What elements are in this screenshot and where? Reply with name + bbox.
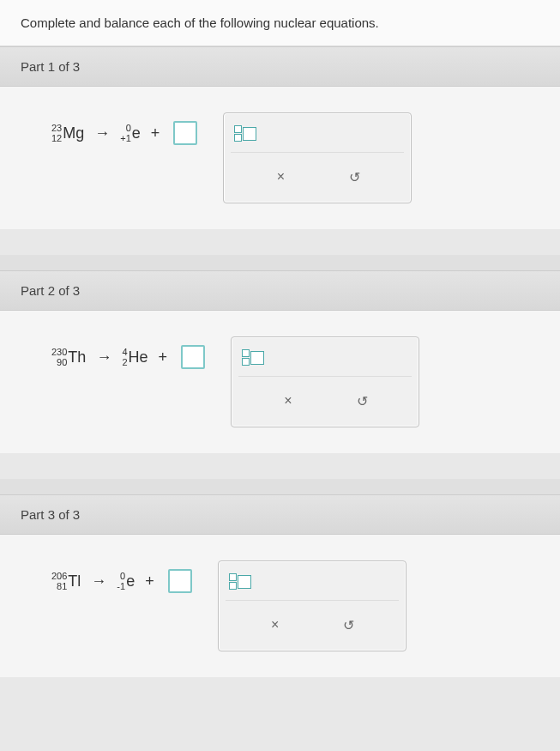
tool-panel: × ↺: [218, 560, 406, 651]
plus-sign: +: [145, 572, 154, 591]
arrow-icon: →: [94, 124, 110, 142]
divider: [0, 479, 560, 494]
element-symbol: Tl: [68, 572, 81, 591]
reactant-nuclide: 230 90 Th: [51, 348, 86, 367]
part-2-body: 230 90 Th → 4 2 He +: [0, 311, 560, 453]
element-symbol: He: [129, 348, 148, 366]
reactant-nuclide: 23 12 Mg: [51, 124, 84, 143]
atomic-number: 90: [57, 358, 67, 367]
atomic-number: 81: [57, 582, 67, 591]
mass-number: 0: [120, 572, 125, 581]
equation-3: 206 81 Tl → 0 -1 e +: [51, 560, 192, 593]
equation-2: 230 90 Th → 4 2 He +: [51, 336, 205, 369]
equation-1: 23 12 Mg → 0 +1 e +: [51, 112, 197, 145]
nuclide-template-button[interactable]: [234, 125, 256, 142]
reset-button[interactable]: ↺: [342, 165, 366, 189]
atomic-number: +1: [120, 134, 131, 143]
element-symbol: e: [126, 572, 135, 591]
atomic-number: 2: [122, 358, 127, 367]
divider: [0, 255, 560, 270]
part-2-header: Part 2 of 3: [0, 270, 560, 311]
tool-panel: × ↺: [231, 336, 419, 427]
mass-number: 4: [122, 348, 127, 357]
part-3-body: 206 81 Tl → 0 -1 e +: [0, 535, 560, 677]
reactant-nuclide: 206 81 Tl: [51, 572, 81, 591]
element-symbol: Th: [68, 348, 86, 366]
part-3: Part 3 of 3 206 81 Tl → 0 -1 e +: [0, 494, 560, 677]
clear-button[interactable]: ×: [263, 613, 287, 637]
plus-sign: +: [159, 348, 168, 366]
mass-number: 206: [51, 572, 67, 581]
clear-button[interactable]: ×: [276, 389, 300, 413]
product-nuclide: 0 +1 e: [120, 124, 141, 143]
arrow-icon: →: [91, 572, 106, 591]
reset-button[interactable]: ↺: [350, 389, 374, 413]
nuclide-template-button[interactable]: [242, 349, 264, 366]
atomic-number: -1: [117, 582, 125, 591]
answer-input-box[interactable]: [168, 569, 192, 593]
answer-input-box[interactable]: [181, 345, 205, 369]
element-symbol: Mg: [63, 124, 84, 142]
clear-button[interactable]: ×: [268, 165, 292, 189]
part-3-header: Part 3 of 3: [0, 494, 560, 535]
tool-panel: × ↺: [223, 112, 412, 203]
nuclide-template-button[interactable]: [229, 573, 251, 590]
part-2: Part 2 of 3 230 90 Th → 4 2 He +: [0, 270, 560, 453]
mass-number: 0: [126, 124, 131, 133]
plus-sign: +: [151, 124, 160, 142]
arrow-icon: →: [96, 348, 111, 366]
mass-number: 230: [51, 348, 67, 357]
element-symbol: e: [132, 124, 141, 142]
answer-input-box[interactable]: [173, 121, 197, 145]
product-nuclide: 4 2 He: [122, 348, 148, 367]
mass-number: 23: [51, 124, 62, 133]
part-1-body: 23 12 Mg → 0 +1 e +: [0, 87, 560, 229]
part-1-header: Part 1 of 3: [0, 46, 560, 87]
product-nuclide: 0 -1 e: [117, 572, 135, 591]
instruction-text: Complete and balance each of the followi…: [0, 0, 560, 46]
atomic-number: 12: [51, 134, 62, 143]
reset-button[interactable]: ↺: [337, 613, 361, 637]
part-1: Part 1 of 3 23 12 Mg → 0 +1 e +: [0, 46, 560, 229]
